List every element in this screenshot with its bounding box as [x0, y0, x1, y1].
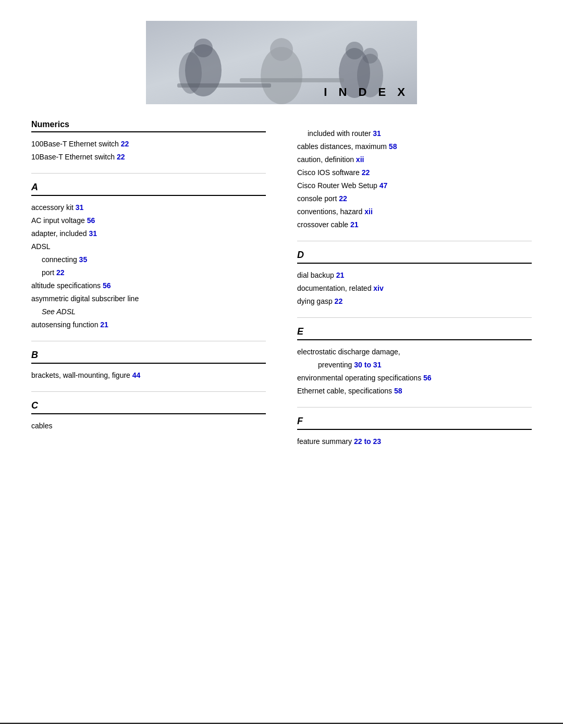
page-link[interactable]: 21 [100, 320, 108, 329]
page-link[interactable]: 22 [56, 268, 65, 277]
list-item: crossover cable 21 [297, 219, 532, 230]
list-item: conventions, hazard xii [297, 206, 532, 217]
page-link[interactable]: 31 [373, 129, 381, 138]
page-link[interactable]: 58 [394, 387, 402, 395]
page-link[interactable]: xii [364, 207, 373, 216]
list-item: port 22 [31, 267, 266, 278]
page-link[interactable]: 58 [389, 142, 397, 151]
page-link[interactable]: 56 [423, 374, 432, 382]
list-item: connecting 35 [31, 254, 266, 265]
section-numerics: Numerics 100Base-T Ethernet switch 22 10… [31, 120, 266, 163]
list-item: documentation, related xiv [297, 283, 532, 294]
page-link[interactable]: 22 [339, 194, 347, 203]
list-item: cables [31, 421, 266, 431]
section-e: E electrostatic discharge damage, preven… [297, 317, 532, 397]
page-link[interactable]: 21 [350, 220, 359, 229]
page-link[interactable]: 35 [79, 255, 88, 264]
page-link[interactable]: 47 [380, 181, 388, 190]
page-link[interactable]: 44 [132, 371, 141, 379]
list-item: See ADSL [31, 306, 266, 317]
list-item: caution, definition xii [297, 154, 532, 165]
list-item: dial backup 21 [297, 270, 532, 281]
page-link[interactable]: 31 [76, 203, 84, 212]
entry-text: altitude specifications [31, 281, 103, 290]
entry-text: ADSL [31, 242, 51, 251]
entry-text: Cisco Router Web Setup [297, 181, 380, 190]
page-link[interactable]: 56 [87, 216, 95, 225]
page-link[interactable]: xii [356, 155, 364, 164]
list-item: included with router 31 [297, 128, 532, 139]
entry-text: asymmetric digital subscriber line [31, 294, 139, 303]
entry-text: environmental operating specifications [297, 374, 423, 382]
page-link[interactable]: 22 [121, 140, 129, 148]
list-item: feature summary 22 to 23 [297, 436, 532, 447]
footer: 78-15281-02 Cisco 836 and SOHO 96 Router… [0, 723, 563, 728]
list-item: cables distances, maximum 58 [297, 141, 532, 152]
list-item: autosensing function 21 [31, 319, 266, 330]
list-item: 10Base-T Ethernet switch 22 [31, 152, 266, 163]
section-header-f: F [297, 416, 532, 430]
entry-text: Ethernet cable, specifications [297, 387, 394, 395]
section-header-e: E [297, 326, 532, 340]
list-item: ADSL [31, 241, 266, 252]
entry-text: accessory kit [31, 203, 76, 212]
entry-text: autosensing function [31, 320, 100, 329]
entry-text: dying gasp [297, 297, 335, 305]
entry-text: included with router [308, 129, 373, 138]
section-header-c: C [31, 400, 266, 414]
list-item: adapter, included 31 [31, 228, 266, 239]
index-label: I N D E X [324, 85, 409, 99]
svg-point-2 [194, 39, 213, 57]
list-item: console port 22 [297, 193, 532, 204]
column-left: Numerics 100Base-T Ethernet switch 22 10… [31, 120, 266, 458]
section-f: F feature summary 22 to 23 [297, 407, 532, 447]
content-area: Numerics 100Base-T Ethernet switch 22 10… [0, 104, 563, 499]
column-right: included with router 31 cables distances… [297, 120, 532, 458]
entry-text: port [42, 268, 56, 277]
section-header-numerics: Numerics [31, 120, 266, 132]
section-c: C cables [31, 391, 266, 431]
list-item: Ethernet cable, specifications 58 [297, 386, 532, 397]
page-link[interactable]: 22 to 23 [354, 437, 381, 446]
entry-text: console port [297, 194, 339, 203]
section-b: B brackets, wall-mounting, figure 44 [31, 341, 266, 381]
section-c-continued: included with router 31 cables distances… [297, 120, 532, 230]
list-item: asymmetric digital subscriber line [31, 293, 266, 304]
entry-text: 10Base-T Ethernet switch [31, 153, 117, 161]
list-item: Cisco IOS software 22 [297, 167, 532, 178]
list-item: Cisco Router Web Setup 47 [297, 180, 532, 191]
header-image-inner: I N D E X [146, 21, 417, 104]
entry-text: feature summary [297, 437, 354, 446]
section-d: D dial backup 21 documentation, related … [297, 241, 532, 307]
list-item: 100Base-T Ethernet switch 22 [31, 139, 266, 150]
list-item: electrostatic discharge damage, [297, 347, 532, 357]
list-item: accessory kit 31 [31, 202, 266, 213]
entry-text: electrostatic discharge damage, [297, 348, 400, 356]
page-link[interactable]: 30 to 31 [354, 361, 381, 369]
entry-text: conventions, hazard [297, 207, 364, 216]
page-link[interactable]: 22 [362, 168, 370, 177]
list-item: environmental operating specifications 5… [297, 373, 532, 384]
page-link[interactable]: xiv [373, 284, 383, 292]
entry-text: cables [31, 422, 52, 430]
section-header-b: B [31, 350, 266, 364]
entry-text: preventing [318, 361, 354, 369]
list-item: dying gasp 22 [297, 296, 532, 307]
page-container: I N D E X Numerics 100Base-T Ethernet sw… [0, 21, 563, 728]
page-link[interactable]: 31 [89, 229, 97, 238]
page-link[interactable]: 21 [336, 271, 345, 279]
svg-point-7 [346, 42, 363, 59]
entry-text: cables distances, maximum [297, 142, 389, 151]
page-link[interactable]: 22 [117, 153, 125, 161]
entry-text: 100Base-T Ethernet switch [31, 140, 121, 148]
entry-text: Cisco IOS software [297, 168, 362, 177]
list-item: altitude specifications 56 [31, 280, 266, 291]
entry-text: dial backup [297, 271, 336, 279]
svg-point-9 [362, 48, 378, 64]
entry-text: See ADSL [42, 307, 76, 316]
svg-rect-10 [177, 83, 271, 88]
list-item: brackets, wall-mounting, figure 44 [31, 370, 266, 381]
page-link[interactable]: 56 [103, 281, 111, 290]
svg-rect-11 [240, 78, 344, 82]
page-link[interactable]: 22 [335, 297, 343, 305]
